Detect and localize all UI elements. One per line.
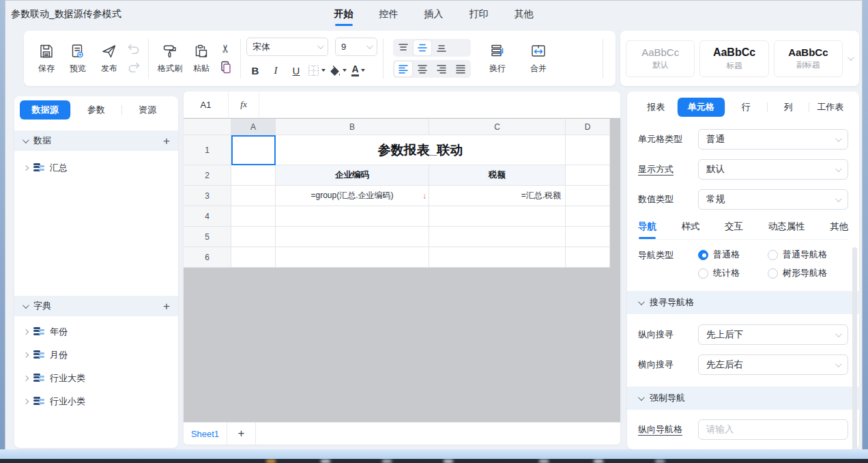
sidebar-tab-resources[interactable]: 资源	[122, 100, 173, 120]
subtab-navigation[interactable]: 导航	[638, 221, 656, 233]
menu-tab-start[interactable]: 开始	[334, 8, 354, 20]
redo-icon[interactable]	[127, 62, 141, 74]
display-mode-select[interactable]: 默认	[698, 159, 848, 180]
section-force-nav[interactable]: 强制导航	[627, 387, 859, 410]
menu-tab-print[interactable]: 打印	[469, 8, 489, 20]
menu-tab-others[interactable]: 其他	[514, 8, 534, 20]
cell-d3[interactable]	[566, 186, 610, 206]
sidebar-tab-parameters[interactable]: 参数	[71, 100, 121, 120]
tree-item-industry-minor[interactable]: 行业小类	[14, 390, 178, 413]
menu-tab-widgets[interactable]: 控件	[379, 8, 399, 20]
undo-icon[interactable]	[127, 44, 141, 55]
cell-reference-box[interactable]: A1	[184, 92, 229, 117]
font-color-button[interactable]: A	[349, 61, 367, 79]
cell-d2[interactable]	[566, 165, 610, 186]
cell-a5[interactable]	[231, 227, 276, 247]
row-header-6[interactable]: 6	[184, 247, 231, 268]
add-dictionary-button[interactable]: +	[163, 300, 170, 312]
add-sheet-button[interactable]: +	[227, 423, 256, 445]
valign-middle-button[interactable]	[414, 40, 431, 55]
expand-icon[interactable]	[23, 352, 29, 358]
publish-button[interactable]: 发布	[93, 38, 125, 80]
inspector-scrollbar[interactable]	[852, 247, 857, 449]
cell-c2[interactable]: 税额	[429, 165, 566, 186]
style-preset-title[interactable]: AaBbCc 标题	[699, 40, 768, 77]
row-header-3[interactable]: 3	[184, 186, 231, 206]
section-search-nav[interactable]: 搜寻导航格	[627, 291, 859, 314]
sidebar-tab-datasource[interactable]: 数据源	[20, 100, 70, 120]
cell-b6[interactable]	[276, 247, 429, 268]
column-header-c[interactable]: C	[429, 119, 566, 135]
cell-a6[interactable]	[231, 247, 276, 268]
cell-b4[interactable]	[276, 206, 429, 227]
merge-cells-button[interactable]: 合并	[523, 38, 554, 80]
section-data[interactable]: 数据 +	[14, 130, 178, 151]
inspector-tab-column[interactable]: 列	[768, 98, 809, 117]
format-painter-button[interactable]: 格式刷	[154, 38, 186, 80]
cell-c6[interactable]	[429, 247, 566, 268]
cell-c5[interactable]	[429, 227, 566, 247]
cell-b1-merged-title[interactable]: 参数报表_联动	[276, 135, 566, 165]
font-family-select[interactable]: 宋体	[246, 38, 328, 56]
row-header-5[interactable]: 5	[184, 227, 231, 247]
cell-type-select[interactable]: 普通	[698, 129, 848, 150]
font-size-select[interactable]: 9	[335, 38, 377, 56]
tree-item-year[interactable]: 年份	[14, 320, 178, 343]
tree-item-month[interactable]: 月份	[14, 343, 178, 367]
subtab-interaction[interactable]: 交互	[725, 221, 743, 233]
inspector-tab-report[interactable]: 报表	[635, 98, 677, 117]
radio-stat-cell[interactable]: 统计格	[698, 267, 764, 279]
save-button[interactable]: 保存	[31, 38, 62, 80]
valign-top-button[interactable]	[394, 40, 412, 55]
tree-item-industry-major[interactable]: 行业大类	[14, 367, 178, 390]
style-preset-default[interactable]: AaBbCc 默认	[626, 40, 695, 77]
vertical-nav-cell-input[interactable]: 请输入	[698, 419, 848, 440]
underline-button[interactable]: U	[287, 61, 305, 79]
halign-justify-button[interactable]	[452, 61, 469, 76]
column-header-d[interactable]: D	[566, 119, 610, 135]
add-data-button[interactable]: +	[163, 135, 170, 147]
tree-item-huizong[interactable]: 汇总	[14, 156, 178, 180]
cell-d6[interactable]	[566, 247, 610, 268]
radio-tree-nav-cell[interactable]: 树形导航格	[768, 267, 848, 279]
italic-button[interactable]: I	[267, 61, 285, 79]
inspector-tab-cell[interactable]: 单元格	[678, 98, 725, 117]
subtab-style[interactable]: 样式	[682, 221, 700, 233]
expand-icon[interactable]	[23, 376, 29, 381]
cell-c3-formula[interactable]: =汇总.税额	[429, 186, 566, 206]
expand-icon[interactable]	[23, 399, 29, 404]
halign-left-button[interactable]	[394, 61, 412, 76]
halign-center-button[interactable]	[414, 61, 431, 76]
cut-icon[interactable]: ✂	[220, 44, 231, 53]
cell-a1-selected[interactable]	[231, 135, 276, 165]
row-header-4[interactable]: 4	[184, 206, 231, 227]
cell-d4[interactable]	[566, 206, 610, 227]
wrap-text-button[interactable]: 换行	[482, 38, 513, 80]
radio-normal-cell[interactable]: 普通格	[698, 249, 764, 261]
cell-b5[interactable]	[276, 227, 429, 247]
preview-button[interactable]: 预览	[62, 38, 93, 80]
subtab-dynamic-attrs[interactable]: 动态属性	[768, 221, 805, 233]
copy-icon[interactable]	[220, 61, 232, 74]
radio-normal-nav-cell[interactable]: 普通导航格	[768, 249, 848, 261]
borders-button[interactable]	[308, 61, 326, 79]
cell-b2[interactable]: 企业编码	[276, 165, 429, 186]
vertical-search-select[interactable]: 先上后下	[698, 324, 848, 345]
expand-icon[interactable]	[23, 329, 29, 335]
section-dictionary[interactable]: 字典 +	[14, 296, 178, 316]
inspector-tab-worksheet[interactable]: 工作表	[809, 98, 851, 117]
cell-a2[interactable]	[231, 165, 276, 186]
paste-button[interactable]: 粘贴	[186, 38, 217, 80]
style-preset-subtitle[interactable]: AaBbCc 副标题	[774, 40, 843, 77]
column-header-a[interactable]: A	[231, 119, 276, 135]
sheet-tab-sheet1[interactable]: Sheet1	[184, 423, 227, 445]
subtab-others[interactable]: 其他	[830, 221, 848, 233]
cell-c4[interactable]	[429, 206, 566, 227]
formula-input[interactable]	[259, 92, 620, 117]
cell-a4[interactable]	[231, 206, 276, 227]
fx-icon[interactable]: fx	[229, 92, 259, 117]
row-header-1[interactable]: 1	[184, 135, 231, 165]
expand-icon[interactable]	[23, 165, 29, 171]
fill-color-button[interactable]	[328, 61, 347, 79]
presets-expand-icon[interactable]	[848, 54, 854, 61]
